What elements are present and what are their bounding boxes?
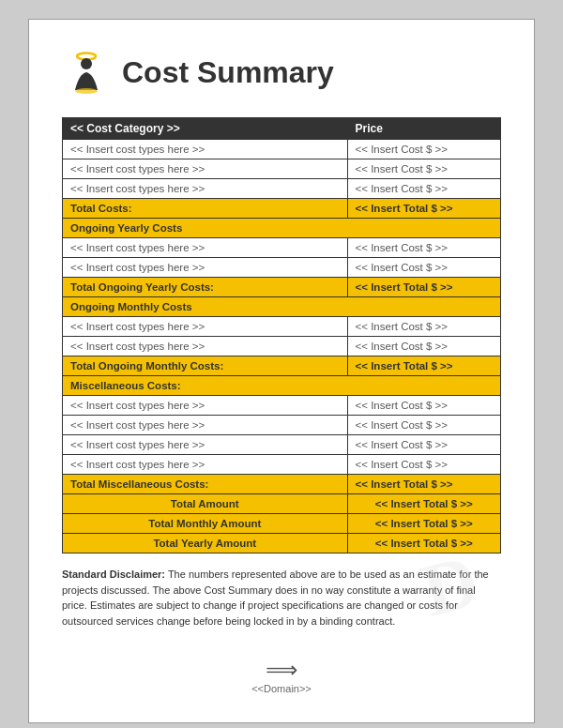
summary-value: << Insert Total $ >> [347,534,500,554]
table-row: << Insert cost types here >> << Insert C… [63,337,501,356]
cell-category: << Insert cost types here >> [63,140,348,159]
summary-label: Total Yearly Amount [63,534,348,554]
total-label: Total Ongoing Monthly Costs: [63,356,348,376]
table-row: << Insert cost types here >> << Insert C… [63,140,501,159]
cell-price: << Insert Cost $ >> [347,140,500,159]
cell-price: << Insert Cost $ >> [347,455,500,475]
summary-row: Total Monthly Amount << Insert Total $ >… [63,514,501,534]
table-row: << Insert cost types here >> << Insert C… [63,416,501,435]
section-label: Miscellaneous Costs: [63,376,501,396]
section-label-row: Miscellaneous Costs: [63,376,501,396]
footer-domain-label: <<Domain>> [62,683,501,694]
section-label-row: Ongoing Monthly Costs [63,297,501,317]
header-icon [62,48,111,97]
total-row: Total Ongoing Yearly Costs: << Insert To… [63,278,501,297]
cell-category: << Insert cost types here >> [63,435,348,455]
cell-price: << Insert Cost $ >> [347,317,500,337]
cell-price: << Insert Cost $ >> [347,435,500,455]
cell-category: << Insert cost types here >> [63,416,348,435]
summary-value: << Insert Total $ >> [347,514,500,534]
summary-label: Total Amount [63,494,348,514]
cell-price: << Insert Cost $ >> [347,416,500,435]
summary-row: Total Yearly Amount << Insert Total $ >> [63,534,501,554]
cell-price: << Insert Cost $ >> [347,179,500,199]
total-label: Total Costs: [63,199,348,219]
svg-point-1 [81,58,92,69]
section-label-row: Ongoing Yearly Costs [63,219,501,238]
total-value: << Insert Total $ >> [347,278,500,297]
cell-category: << Insert cost types here >> [63,159,348,179]
header: Cost Summary [62,48,501,97]
section-label: Ongoing Monthly Costs [63,297,501,317]
cell-category: << Insert cost types here >> [63,238,348,258]
table-row: << Insert cost types here >> << Insert C… [63,435,501,455]
summary-label: Total Monthly Amount [63,514,348,534]
col-price-header: Price [347,118,500,140]
table-row: << Insert cost types here >> << Insert C… [63,317,501,337]
table-row: << Insert cost types here >> << Insert C… [63,238,501,258]
svg-point-2 [75,88,98,94]
page: Cost Summary << Cost Category >> Price <… [28,19,535,723]
total-row: Total Costs: << Insert Total $ >> [63,199,501,219]
total-value: << Insert Total $ >> [347,199,500,219]
section-label: Ongoing Yearly Costs [63,219,501,238]
cell-price: << Insert Cost $ >> [347,238,500,258]
cost-table: << Cost Category >> Price << Insert cost… [62,117,501,554]
cell-category: << Insert cost types here >> [63,317,348,337]
total-label: Total Ongoing Yearly Costs: [63,278,348,297]
table-row: << Insert cost types here >> << Insert C… [63,159,501,179]
total-label: Total Miscellaneous Costs: [63,475,348,494]
cell-category: << Insert cost types here >> [63,396,348,416]
disclaimer: Standard Disclaimer: The numbers represe… [62,567,501,629]
footer: ⟹ <<Domain>> [62,657,501,694]
cell-price: << Insert Cost $ >> [347,337,500,356]
total-row: Total Miscellaneous Costs: << Insert Tot… [63,475,501,494]
footer-icon: ⟹ [62,657,501,683]
table-row: << Insert cost types here >> << Insert C… [63,258,501,278]
total-value: << Insert Total $ >> [347,475,500,494]
cell-category: << Insert cost types here >> [63,258,348,278]
table-header-row: << Cost Category >> Price [63,118,501,140]
cell-category: << Insert cost types here >> [63,455,348,475]
page-title: Cost Summary [122,55,334,90]
table-row: << Insert cost types here >> << Insert C… [63,455,501,475]
cell-category: << Insert cost types here >> [63,337,348,356]
cell-category: << Insert cost types here >> [63,179,348,199]
cell-price: << Insert Cost $ >> [347,396,500,416]
cell-price: << Insert Cost $ >> [347,159,500,179]
disclaimer-label: Standard Disclaimer: [62,569,165,580]
summary-value: << Insert Total $ >> [347,494,500,514]
col-category-header: << Cost Category >> [63,118,348,140]
total-row: Total Ongoing Monthly Costs: << Insert T… [63,356,501,376]
total-value: << Insert Total $ >> [347,356,500,376]
cell-price: << Insert Cost $ >> [347,258,500,278]
table-row: << Insert cost types here >> << Insert C… [63,179,501,199]
table-row: << Insert cost types here >> << Insert C… [63,396,501,416]
summary-row: Total Amount << Insert Total $ >> [63,494,501,514]
